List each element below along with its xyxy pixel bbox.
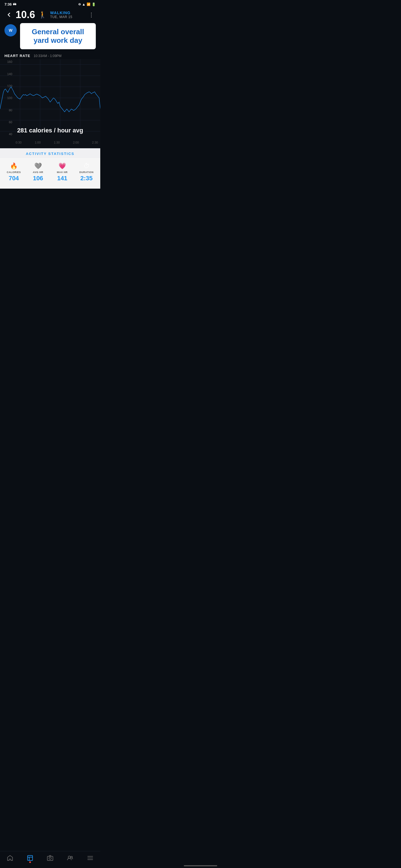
wifi-icon: ▲ bbox=[82, 2, 85, 6]
heart-rate-time-range: 10:33AM - 1:09PM bbox=[34, 54, 61, 58]
activity-name: WALKING bbox=[50, 10, 85, 15]
x-label-030: 0:30 bbox=[16, 141, 22, 144]
calories-value: 704 bbox=[9, 175, 19, 182]
status-bar: 7:36 🕶 ⊖ ▲ 📶 🔋 bbox=[0, 0, 100, 7]
stat-max-hr: 💗 MAX HR 141 bbox=[51, 160, 74, 184]
max-hr-label: MAX HR bbox=[57, 171, 68, 174]
title-card-area: W General overall yard work day bbox=[0, 23, 100, 52]
status-time: 7:36 bbox=[4, 2, 12, 6]
more-menu-button[interactable]: ⋮ bbox=[87, 10, 96, 19]
signal-icon: 📶 bbox=[87, 2, 90, 6]
back-button[interactable] bbox=[4, 10, 13, 19]
duration-label: DURATION bbox=[79, 171, 93, 174]
duration-value: 2:35 bbox=[80, 175, 92, 182]
stats-grid: 🔥 CALORIES 704 🩶 AVG HR 106 💗 MAX HR 141… bbox=[0, 158, 100, 189]
x-label-230: 2:30 bbox=[92, 141, 98, 144]
max-hr-value: 141 bbox=[57, 175, 67, 182]
activity-title-card: General overall yard work day bbox=[20, 23, 96, 49]
activity-info: WALKING TUE, MAR 15 bbox=[50, 10, 85, 19]
avatar: W bbox=[4, 24, 17, 36]
activity-statistics-section: ACTIVITY STATISTICS 🔥 CALORIES 704 🩶 AVG… bbox=[0, 148, 100, 189]
dnd-icon: 🕶 bbox=[13, 2, 16, 6]
x-label-130: 1:30 bbox=[54, 141, 60, 144]
max-hr-icon: 💗 bbox=[58, 162, 66, 170]
heart-rate-label: HEART RATE bbox=[4, 54, 30, 58]
heart-rate-chart[interactable]: 160 140 120 100 80 60 40 281 calories / … bbox=[0, 59, 100, 148]
x-label-200: 2:00 bbox=[73, 141, 79, 144]
activity-title: General overall yard work day bbox=[26, 28, 90, 45]
stat-calories: 🔥 CALORIES 704 bbox=[2, 160, 25, 184]
chart-svg bbox=[0, 59, 100, 137]
chart-x-labels: 0:30 1:00 1:30 2:00 2:30 bbox=[13, 137, 100, 148]
calories-label: CALORIES bbox=[7, 171, 21, 174]
stat-avg-hr: 🩶 AVG HR 106 bbox=[26, 160, 50, 184]
avg-hr-icon: 🩶 bbox=[34, 162, 42, 170]
x-label-100: 1:00 bbox=[35, 141, 41, 144]
activity-date: TUE, MAR 15 bbox=[50, 15, 85, 19]
dnd-circle-icon: ⊖ bbox=[78, 2, 81, 6]
activity-header: 10.6 🚶 WALKING TUE, MAR 15 ⋮ bbox=[0, 7, 100, 23]
steps-count: 10.6 bbox=[16, 10, 35, 20]
calories-per-hour-avg: 281 calories / hour avg bbox=[0, 127, 100, 134]
heart-rate-header: HEART RATE 10:33AM - 1:09PM bbox=[0, 52, 100, 59]
battery-icon: 🔋 bbox=[92, 2, 96, 6]
calories-icon: 🔥 bbox=[10, 162, 18, 170]
activity-stats-title: ACTIVITY STATISTICS bbox=[0, 148, 100, 158]
walk-icon: 🚶 bbox=[38, 11, 47, 19]
avg-hr-label: AVG HR bbox=[33, 171, 43, 174]
stat-duration: ⏱ DURATION 2:35 bbox=[75, 160, 98, 184]
avg-hr-value: 106 bbox=[33, 175, 43, 182]
duration-icon: ⏱ bbox=[84, 162, 90, 170]
